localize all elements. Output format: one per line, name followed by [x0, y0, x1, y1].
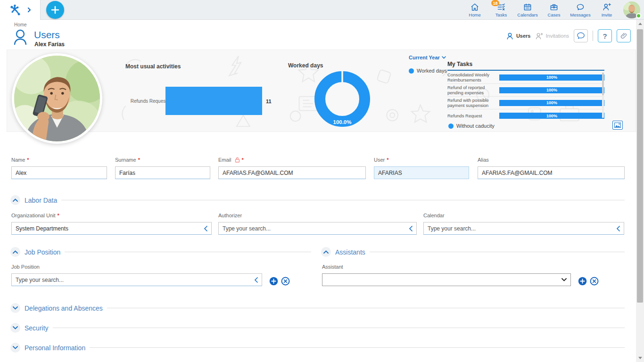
app-logo-icon — [9, 3, 22, 16]
user-label: User — [374, 157, 385, 163]
organizational-unit-label: Organizational Unit — [11, 213, 56, 218]
required-marker: * — [387, 157, 388, 163]
job-position-placeholder: Type your search... — [16, 277, 254, 283]
organizational-unit-lookup[interactable]: System Departments — [11, 222, 212, 235]
sidebar-expand-chevron-icon[interactable] — [27, 7, 32, 13]
chevron-up-icon — [13, 198, 18, 202]
collapse-job-position-button[interactable] — [10, 247, 20, 257]
calendar-label: Calendar — [423, 213, 445, 218]
activities-bar-label: Refunds Request — [110, 99, 167, 104]
add-new-button[interactable] — [46, 1, 64, 19]
task-percent: 100% — [546, 100, 557, 105]
field-authorizer: Authorizer Type your search... — [218, 213, 417, 235]
task-row[interactable]: Refunds Request 100% — [447, 109, 604, 122]
section-title: Job Position — [25, 248, 60, 256]
assistant-select[interactable] — [322, 273, 571, 286]
task-row[interactable]: Refund with possible payment suspension … — [447, 97, 604, 109]
section-title: Assistants — [335, 248, 365, 256]
top-nav-items: Home 18 Tasks — [463, 0, 640, 20]
section-title: Labor Data — [25, 197, 57, 204]
email-input[interactable] — [218, 166, 366, 179]
tab-invitations[interactable]: Invitations — [535, 32, 569, 40]
task-progress-bar: 100% — [499, 100, 604, 106]
task-row[interactable]: Consolidated Weekly Reimbursements 100% — [447, 71, 604, 84]
nav-tasks[interactable]: 18 Tasks — [489, 0, 513, 20]
breadcrumb[interactable]: Home — [14, 22, 27, 27]
section-assistants: Assistants — [321, 247, 625, 257]
section-labor-data: Labor Data — [10, 195, 625, 205]
nav-cases[interactable]: Cases — [542, 0, 566, 20]
period-selector[interactable]: Current Year — [409, 55, 446, 60]
job-position-lookup[interactable]: Type your search... — [11, 273, 262, 286]
message-bubble-icon — [576, 2, 585, 12]
calendar-lookup[interactable]: Type your search... — [423, 222, 624, 235]
app-logo-box[interactable] — [0, 0, 41, 20]
scrollbar-thumb[interactable] — [637, 29, 643, 303]
profile-photo-image — [14, 56, 100, 141]
chevron-left-icon[interactable] — [204, 226, 207, 231]
user-input[interactable] — [374, 166, 469, 179]
expand-personal-information-button[interactable] — [10, 343, 20, 353]
assistant-actions — [578, 277, 599, 286]
assistant-label: Assistant — [322, 264, 343, 270]
expand-security-button[interactable] — [10, 323, 20, 333]
job-position-label: Job Position — [11, 264, 40, 270]
image-icon — [614, 123, 621, 128]
my-tasks-list: Consolidated Weekly Reimbursements 100% … — [447, 71, 604, 122]
authorizer-lookup[interactable]: Type your search... — [218, 222, 417, 235]
collapse-assistants-button[interactable] — [321, 247, 331, 257]
job-position-actions — [269, 277, 290, 286]
nav-home[interactable]: Home — [463, 0, 487, 20]
nav-label: Invite — [602, 12, 612, 17]
scroll-down-arrow[interactable] — [636, 354, 644, 362]
paperclip-icon — [620, 32, 628, 40]
calendar-icon — [523, 2, 532, 12]
comments-button[interactable] — [574, 29, 588, 42]
chevron-left-icon[interactable] — [409, 226, 413, 231]
nav-invite[interactable]: Invite — [595, 0, 619, 20]
authorizer-placeholder: Type your search... — [223, 225, 409, 232]
help-button[interactable]: ? — [598, 29, 612, 42]
field-assistant: Assistant — [322, 264, 571, 286]
nav-label: Messages — [570, 12, 590, 17]
chevron-down-icon — [442, 56, 446, 59]
divider — [593, 31, 593, 41]
change-banner-image-button[interactable] — [612, 121, 623, 130]
surname-input[interactable] — [115, 166, 210, 179]
page-title: Users — [34, 29, 60, 41]
profile-photo[interactable] — [12, 53, 102, 144]
worked-days-legend: Worked days — [409, 68, 447, 74]
activities-bar[interactable] — [165, 87, 262, 115]
nav-calendars[interactable]: Calendars — [516, 0, 539, 20]
section-divider — [61, 200, 625, 200]
section-delegations: Delegations and Absences — [10, 303, 625, 313]
task-row[interactable]: Refund of reported pending expenses 100% — [447, 84, 604, 97]
user-avatar[interactable] — [623, 1, 640, 18]
tasks-scrollbar[interactable] — [602, 73, 604, 118]
vertical-scrollbar[interactable] — [636, 20, 644, 362]
nav-messages[interactable]: Messages — [569, 0, 592, 20]
chevron-left-icon[interactable] — [254, 277, 258, 283]
worked-days-donut[interactable]: 100.0% — [311, 68, 373, 130]
remove-job-position-button[interactable] — [281, 277, 290, 286]
alias-input[interactable] — [478, 166, 625, 179]
tab-users[interactable]: Users — [506, 32, 531, 40]
app-window: Home 18 Tasks — [0, 0, 644, 362]
chevron-left-icon[interactable] — [616, 226, 620, 231]
users-page-icon — [12, 29, 28, 46]
users-tab-icon — [506, 32, 514, 40]
add-assistant-button[interactable] — [578, 277, 587, 286]
attachments-button[interactable] — [617, 29, 631, 42]
scroll-up-arrow[interactable] — [636, 20, 644, 28]
page-subtitle: Alex Farías — [34, 41, 65, 48]
expand-delegations-button[interactable] — [10, 303, 20, 313]
my-tasks-divider — [447, 70, 604, 71]
nav-label: Tasks — [495, 12, 507, 17]
organizational-unit-value: System Departments — [16, 225, 204, 232]
section-security: Security — [10, 323, 625, 333]
remove-assistant-button[interactable] — [590, 277, 599, 286]
collapse-labor-data-button[interactable] — [10, 195, 20, 205]
nav-label: Home — [469, 12, 480, 17]
add-job-position-button[interactable] — [269, 277, 278, 286]
name-input[interactable] — [11, 166, 107, 179]
